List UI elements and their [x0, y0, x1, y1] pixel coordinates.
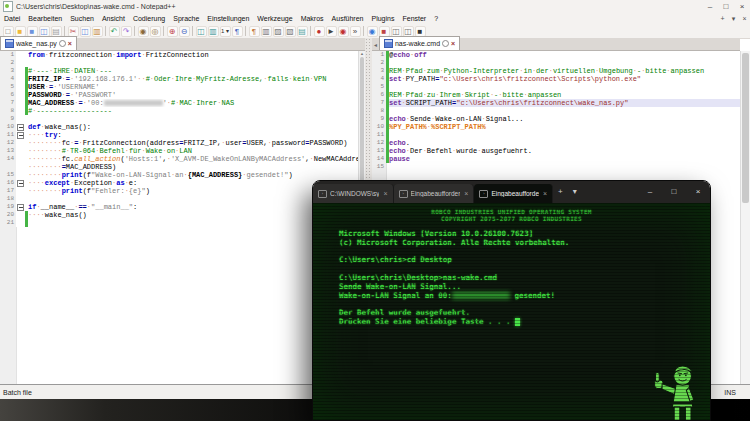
- terminal-close-button[interactable]: ×: [686, 181, 710, 203]
- menu-item-fenster[interactable]: Fenster: [398, 13, 430, 24]
- terminal-output: Microsoft Windows [Version 10.0.26100.76…: [339, 230, 710, 327]
- line-number: 8: [372, 107, 386, 115]
- minimize-button[interactable]: –: [702, 0, 718, 13]
- cut-icon[interactable]: ✂: [68, 26, 79, 37]
- new-file-icon[interactable]: □: [3, 26, 14, 37]
- tab-close-all-icon[interactable]: ×: [739, 15, 750, 22]
- fold-margin[interactable]: [16, 131, 25, 139]
- redacted-text: [104, 100, 163, 106]
- tab-wake-nas-py[interactable]: wake_nas.py ×: [0, 36, 77, 50]
- change-history-icon[interactable]: ■: [415, 26, 426, 37]
- code-line-wrap: ········=MAC_ADDRESS): [0, 163, 358, 171]
- line-number: 1: [0, 51, 16, 59]
- monitor-b-icon[interactable]: ◫: [403, 26, 414, 37]
- terminal-maximize-button[interactable]: □: [662, 181, 686, 203]
- pin-icon[interactable]: [59, 40, 66, 47]
- run-macro-icon[interactable]: »: [350, 26, 361, 37]
- terminal-content[interactable]: ROBCO INDUSTRIES UNIFIED OPERATING SYSTE…: [313, 203, 710, 420]
- menu-item-codierung[interactable]: Codierung: [129, 13, 169, 24]
- line-number: 4: [0, 75, 16, 83]
- tab-dropdown-icon[interactable]: ▾: [568, 181, 582, 203]
- doc-list-icon[interactable]: ▧: [285, 26, 296, 37]
- show-symbols-icon[interactable]: ¶: [249, 26, 260, 37]
- tab-close-icon[interactable]: ×: [68, 40, 72, 47]
- menu-item-item[interactable]: ?: [430, 13, 442, 24]
- menu-item-ansicht[interactable]: Ansicht: [98, 13, 129, 24]
- editor-pane-python[interactable]: 1from·fritzconnection·import·FritzConnec…: [0, 51, 358, 384]
- menu-item-einstellungen[interactable]: Einstellungen: [203, 13, 253, 24]
- save-icon[interactable]: ■: [27, 26, 38, 37]
- tab-list-chevron-icon[interactable]: ▾: [728, 15, 739, 23]
- maximize-button[interactable]: □: [718, 0, 734, 13]
- toolbar-separator: [310, 26, 311, 36]
- right-scrollbar[interactable]: [740, 51, 750, 384]
- menu-item-suchen[interactable]: Suchen: [66, 13, 98, 24]
- menu-item-sprache[interactable]: Sprache: [169, 13, 203, 24]
- find-icon[interactable]: ◉: [138, 26, 149, 37]
- undo-icon[interactable]: ↶: [109, 26, 120, 37]
- menu-item-makros[interactable]: Makros: [297, 13, 328, 24]
- line-number: 9: [0, 115, 16, 123]
- save-all-icon[interactable]: ◫: [39, 26, 50, 37]
- save-macro-icon[interactable]: ◉: [338, 26, 349, 37]
- monitor-red-icon[interactable]: ■: [379, 26, 390, 37]
- indent-guide-icon[interactable]: ▥: [261, 26, 272, 37]
- menu-right-controls: + ▾ ×: [717, 15, 750, 23]
- paste-icon[interactable]: ▥: [92, 26, 103, 37]
- line-number: [0, 163, 16, 171]
- tab-nas-wake-cmd[interactable]: nas-wake.cmd ×: [379, 36, 460, 50]
- close-button[interactable]: ×: [734, 0, 750, 13]
- record-macro-icon[interactable]: ●: [314, 26, 325, 37]
- line-number: 16: [0, 179, 16, 187]
- fold-margin[interactable]: [16, 179, 25, 187]
- sync-scroll-v-icon[interactable]: ◫: [196, 26, 207, 37]
- view-eye-icon[interactable]: ◉: [367, 26, 378, 37]
- replace-icon[interactable]: ◎: [150, 26, 161, 37]
- fold-margin[interactable]: [16, 123, 25, 131]
- code-line-10: 10def·wake_nas():: [0, 123, 358, 131]
- play-macro-icon[interactable]: ►: [326, 26, 337, 37]
- menu-item-werkzeuge[interactable]: Werkzeuge: [253, 13, 296, 24]
- terminal-tab-close-icon[interactable]: ×: [464, 190, 468, 197]
- tab-plus-icon[interactable]: +: [717, 15, 728, 22]
- scrollbar-thumb[interactable]: [742, 53, 749, 203]
- terminal-tab-label: Eingabeaufforde: [491, 190, 539, 197]
- terminal-tab-close-icon[interactable]: ×: [383, 190, 387, 197]
- menu-item-datei[interactable]: Datei: [0, 13, 24, 24]
- code-line-14: 14pause: [372, 155, 740, 163]
- zoom-level-icon[interactable]: 1 ▾: [220, 26, 231, 37]
- code-line-5: 5USER·=·'USERNAME': [0, 83, 358, 91]
- redo-icon[interactable]: ↷: [121, 26, 132, 37]
- menu-item-bearbeiten[interactable]: Bearbeiten: [24, 13, 66, 24]
- line-number: 3: [0, 67, 16, 75]
- fold-margin[interactable]: [16, 203, 25, 211]
- line-number: 2: [372, 59, 386, 67]
- zoom-in-icon[interactable]: ⊕: [167, 26, 178, 37]
- terminal-tab-c-windows-sy[interactable]: ›C:\WINDOWS\sy×: [313, 184, 394, 203]
- doc-map-icon[interactable]: ▨: [273, 26, 284, 37]
- toolbar-separator: [105, 26, 106, 36]
- toolbar-separator: [64, 26, 65, 36]
- open-folder-icon[interactable]: ■: [15, 26, 26, 37]
- pin-icon[interactable]: [442, 40, 449, 47]
- print-icon[interactable]: ▤: [51, 26, 62, 37]
- menu-item-plugins[interactable]: Plugins: [368, 13, 399, 24]
- line-number: 1: [372, 51, 386, 59]
- tab-close-icon[interactable]: ×: [451, 40, 455, 47]
- new-tab-button[interactable]: +: [553, 181, 568, 203]
- terminal-line: Drücken Sie eine beliebige Taste . . .: [339, 318, 710, 327]
- sync-scroll-h-icon[interactable]: ▥: [208, 26, 219, 37]
- copy-icon[interactable]: ◫: [80, 26, 91, 37]
- code-line-11: 11····try:: [0, 131, 358, 139]
- word-wrap-icon[interactable]: ¶: [232, 26, 243, 37]
- terminal-tab-close-icon[interactable]: ×: [543, 190, 547, 197]
- zoom-out-icon[interactable]: ⊖: [179, 26, 190, 37]
- menu-item-ausf-hren[interactable]: Ausführen: [328, 13, 368, 24]
- code-line-5: 5: [372, 83, 740, 91]
- terminal-tab-eingabeaufforde[interactable]: ›Eingabeaufforde×: [474, 184, 553, 203]
- terminal-tab-eingabeaufforder[interactable]: ›Eingabeaufforder×: [394, 184, 475, 203]
- function-list-icon[interactable]: ▤: [297, 26, 308, 37]
- monitor-a-icon[interactable]: ◫: [391, 26, 402, 37]
- tab-scroll-left-icon[interactable]: ◄: [372, 42, 379, 50]
- terminal-minimize-button[interactable]: –: [638, 181, 662, 203]
